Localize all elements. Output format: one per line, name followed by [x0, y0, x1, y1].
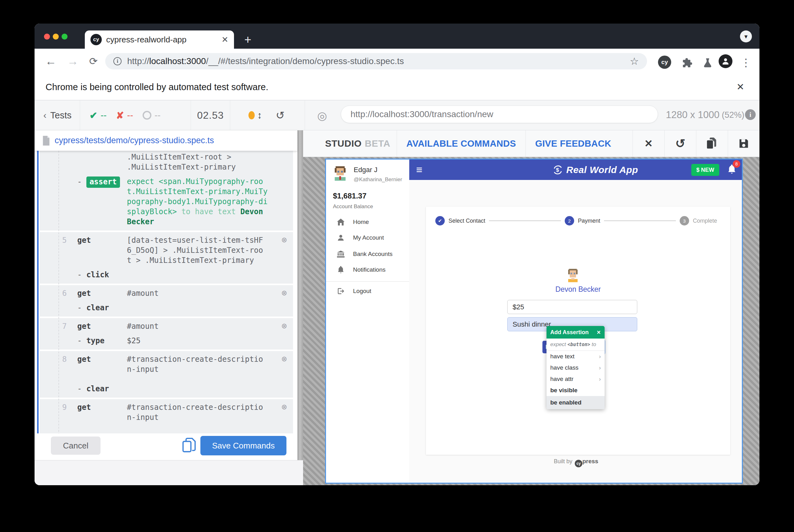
flask-extension-icon[interactable]: [702, 57, 714, 70]
aut-url-input[interactable]: [351, 109, 648, 119]
viewport-controls: ↕ ↺: [230, 100, 305, 130]
remove-command-icon[interactable]: ⊗: [276, 235, 293, 245]
command-block[interactable]: 8 get #transaction-create-description-in…: [40, 351, 293, 398]
copy-commands-icon[interactable]: [182, 438, 196, 455]
command-block[interactable]: 5 get [data-test=user-list-item-tsHF6_D5…: [40, 232, 293, 284]
divider: [526, 130, 526, 157]
new-transaction-button[interactable]: $ NEW: [691, 164, 719, 176]
studio-save-icon[interactable]: [728, 130, 759, 157]
command-log[interactable]: .MuiListItemText-root > .MuiListItemText…: [35, 151, 298, 433]
remove-command-icon[interactable]: ⊗: [276, 354, 293, 364]
cypress-wordmark: press: [582, 458, 598, 464]
viewport-info-icon[interactable]: i: [745, 109, 756, 120]
browser-tab[interactable]: cy cypress-realworld-app ✕: [85, 31, 234, 49]
failed-x-icon: ✘: [116, 110, 124, 121]
spec-path-link[interactable]: cypress/tests/demo/cypress-studio.spec.t…: [55, 136, 214, 146]
cancel-button[interactable]: Cancel: [51, 437, 100, 455]
user-handle: @Katharina_Bernier: [354, 176, 402, 183]
assertion-close-icon[interactable]: ✕: [597, 329, 601, 336]
sidebar-item-notifications[interactable]: Notifications: [326, 262, 409, 277]
command-block[interactable]: 6 get #amount ⊗ clear: [40, 285, 293, 317]
divider: [397, 130, 397, 157]
window-zoom-button[interactable]: [61, 34, 68, 40]
home-icon: [337, 218, 345, 226]
runner-main: cypress/tests/demo/cypress-studio.spec.t…: [35, 130, 759, 485]
command-block[interactable]: 7 get #amount ⊗ type $25: [40, 318, 293, 349]
step-connector: [489, 221, 561, 221]
reload-icon[interactable]: ⟳: [89, 55, 98, 67]
command-number: 7: [62, 321, 77, 331]
selector-playground-icon[interactable]: ◎: [317, 109, 327, 122]
sidebar-item-logout[interactable]: Logout: [326, 284, 409, 299]
page-info-icon[interactable]: i: [113, 57, 121, 65]
tab-search-chevron-icon[interactable]: ▾: [740, 31, 752, 42]
extensions-puzzle-icon[interactable]: [681, 57, 693, 70]
sidebar-item-my-account[interactable]: My Account: [326, 230, 409, 245]
window-close-button[interactable]: [44, 34, 50, 40]
step2-circle: 2: [565, 216, 574, 226]
pending-stat: --: [143, 110, 160, 120]
remove-command-icon[interactable]: ⊗: [276, 402, 293, 412]
scroll-arrows-icon[interactable]: ↕: [257, 110, 262, 120]
viewport-size: 1280 x 1000: [666, 109, 720, 120]
save-commands-button[interactable]: Save Commands: [201, 436, 286, 455]
assertion-option-have-attr[interactable]: have attr›: [547, 374, 605, 385]
studio-copy-icon[interactable]: [696, 130, 728, 157]
browser-tab-bar: cy cypress-realworld-app ✕ + ▾: [35, 23, 759, 49]
cypress-extension-icon[interactable]: cy: [658, 56, 671, 69]
give-feedback-link[interactable]: GIVE FEEDBACK: [535, 138, 611, 149]
cypress-logo-icon: cy: [575, 460, 582, 467]
command-block-assert[interactable]: .MuiListItemText-root > .MuiListItemText…: [40, 151, 293, 230]
screenshot-root: cy cypress-realworld-app ✕ + ▾ ← → ⟳ i h…: [0, 0, 794, 532]
sidebar-item-home[interactable]: Home: [326, 214, 409, 230]
assertion-option-be-visible[interactable]: be visible: [547, 385, 605, 396]
contact-name-link[interactable]: Devon Becker: [426, 285, 730, 293]
panel-divider[interactable]: [298, 130, 303, 460]
browser-menu-icon[interactable]: ⋮: [741, 56, 751, 69]
available-commands-link[interactable]: AVAILABLE COMMANDS: [407, 138, 516, 149]
back-icon[interactable]: ←: [45, 55, 57, 68]
assert-badge: assert: [77, 176, 127, 188]
studio-restart-icon[interactable]: ↺: [665, 130, 696, 157]
window-minimize-button[interactable]: [53, 34, 59, 40]
active-test-indicator: [37, 151, 39, 433]
back-to-tests-button[interactable]: ‹ Tests: [35, 100, 80, 130]
auto-scroll-dot-icon[interactable]: [248, 111, 255, 119]
sidebar-item-bank-accounts[interactable]: Bank Accounts: [326, 247, 409, 262]
tab-close-icon[interactable]: ✕: [222, 36, 228, 44]
remove-command-icon[interactable]: ⊗: [276, 288, 293, 298]
passed-check-icon: ✔: [90, 110, 97, 121]
step-connector: [604, 221, 676, 221]
hamburger-menu-icon[interactable]: ≡: [416, 164, 422, 176]
studio-toolbar: STUDIOBETA AVAILABLE COMMANDS GIVE FEEDB…: [303, 130, 759, 157]
command-selector: #transaction-create-description-input: [127, 402, 265, 422]
command-child-value: $25: [127, 336, 276, 346]
new-tab-button[interactable]: +: [244, 35, 251, 44]
bookmark-star-icon[interactable]: ☆: [630, 55, 639, 67]
amount-input[interactable]: [507, 300, 637, 314]
contact-avatar: [567, 268, 579, 284]
assertion-popup-title: Add Assertion: [550, 329, 597, 336]
studio-close-icon[interactable]: ✕: [633, 130, 664, 157]
cypress-favicon-icon: cy: [91, 34, 102, 45]
notice-close-icon[interactable]: ✕: [737, 81, 744, 92]
command-number: 6: [62, 288, 77, 298]
profile-avatar-icon[interactable]: [719, 54, 733, 68]
app-viewport: Edgar J @Katharina_Bernier $1,681.37 Acc…: [325, 158, 743, 483]
notification-count-badge: 8: [733, 160, 740, 168]
viewport-scale: (52%): [722, 110, 744, 120]
assertion-option-be-enabled[interactable]: be enabled: [547, 396, 605, 409]
assertion-option-have-text[interactable]: have text›: [547, 351, 605, 362]
forward-icon[interactable]: →: [67, 55, 78, 68]
bell-icon: [337, 266, 345, 273]
command-block[interactable]: 9 get #transaction-create-description-in…: [40, 399, 293, 433]
aut-url-bar: [341, 106, 658, 123]
spec-header: cypress/tests/demo/cypress-studio.spec.t…: [35, 130, 298, 151]
assertion-option-have-class[interactable]: have class›: [547, 362, 605, 374]
restart-tests-icon[interactable]: ↺: [276, 109, 285, 121]
account-balance-label: Account Balance: [333, 204, 373, 210]
page-url[interactable]: http://localhost:3000/__/#/tests/integra…: [127, 56, 627, 66]
omnibox[interactable]: i http://localhost:3000/__/#/tests/integ…: [105, 53, 647, 70]
command-number: 8: [62, 354, 77, 364]
remove-command-icon[interactable]: ⊗: [276, 321, 293, 331]
